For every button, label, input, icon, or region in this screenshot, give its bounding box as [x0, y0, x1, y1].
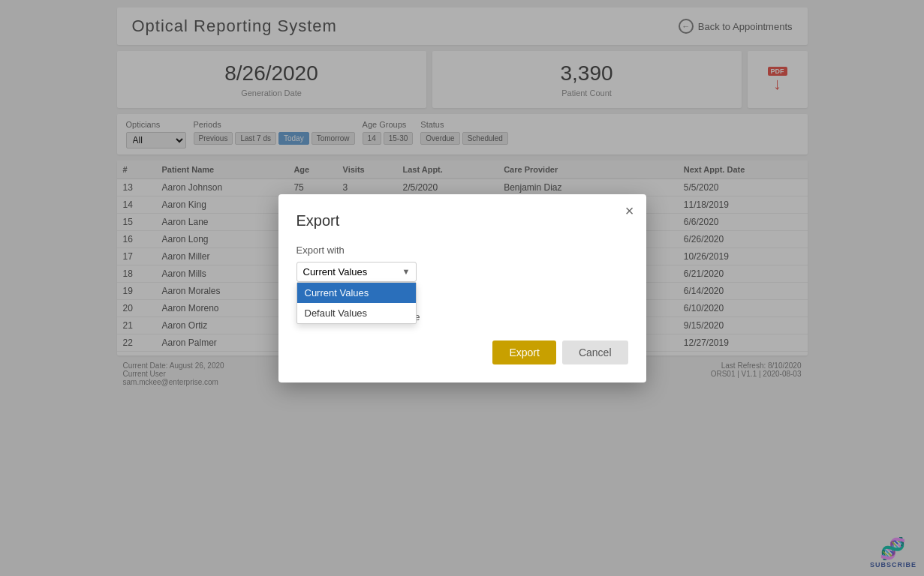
modal-close-button[interactable]: ×	[625, 203, 634, 218]
export-button[interactable]: Export	[492, 340, 555, 364]
export-dropdown-menu: Current Values Default Values	[296, 282, 417, 324]
modal-title: Export	[296, 212, 628, 230]
modal-footer: Export Cancel	[296, 340, 628, 364]
dropdown-item-current[interactable]: Current Values	[297, 283, 416, 303]
export-select[interactable]: Current Values Default Values	[296, 262, 417, 282]
dropdown-item-default[interactable]: Default Values	[297, 303, 416, 323]
export-select-wrapper: Current Values Default Values ▼ Current …	[296, 262, 417, 282]
export-with-label: Export with	[296, 244, 628, 256]
modal-overlay: Export × Export with Current Values Defa…	[0, 0, 924, 576]
cancel-button[interactable]: Cancel	[562, 340, 628, 364]
export-modal: Export × Export with Current Values Defa…	[278, 194, 646, 382]
